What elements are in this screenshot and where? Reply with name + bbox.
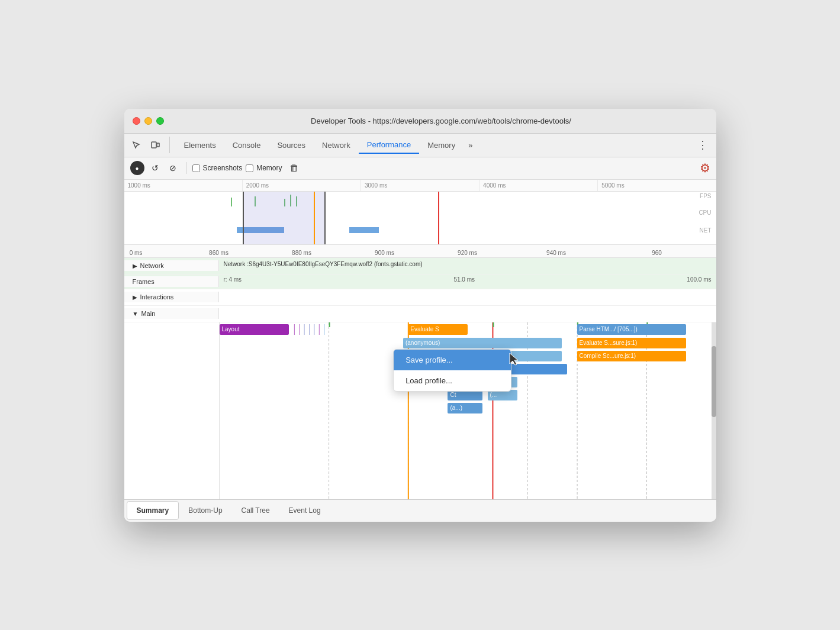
flame-bar-evaluate[interactable]: Evaluate S bbox=[408, 324, 468, 335]
tab-network[interactable]: Network bbox=[314, 137, 359, 153]
flame-bar-evaluate-sure-label: Evaluate S...sure.js:1) bbox=[580, 340, 638, 346]
devtools-toolbar-icons bbox=[128, 137, 170, 153]
inspect-icon[interactable] bbox=[128, 137, 144, 153]
network-label-text: Network bbox=[140, 262, 164, 269]
time-ruler-detail: 0 ms 860 ms 880 ms 900 ms 920 ms 940 ms … bbox=[124, 245, 716, 258]
flame-chart-area: Layout Evaluate S Parse HTM.../ [705...]… bbox=[219, 322, 716, 499]
flame-bar-parse-html[interactable]: Parse HTM.../ [705...]) bbox=[577, 324, 687, 335]
stop-button[interactable]: ⊘ bbox=[166, 161, 180, 175]
bottom-tab-bottomup[interactable]: Bottom-Up bbox=[179, 502, 231, 519]
frames-label-text: Frames bbox=[133, 278, 155, 285]
network-track-label: ▶ Network bbox=[124, 260, 219, 271]
screenshots-label: Screenshots bbox=[203, 164, 243, 172]
traffic-lights bbox=[133, 117, 164, 125]
devtools-window: Developer Tools - https://developers.goo… bbox=[124, 109, 716, 522]
interactions-label-text: Interactions bbox=[140, 293, 174, 301]
detail-area: 0 ms 860 ms 880 ms 900 ms 920 ms 940 ms … bbox=[124, 245, 716, 499]
svg-rect-26 bbox=[309, 324, 310, 335]
title-bar: Developer Tools - https://developers.goo… bbox=[124, 109, 716, 134]
context-menu-load-profile[interactable]: Load profile... bbox=[394, 370, 511, 391]
flame-bar-compile-label: Compile Sc...ure.js:1) bbox=[580, 353, 636, 359]
flame-bar-parse-html-label: Parse HTM.../ [705...]) bbox=[580, 326, 638, 332]
frames-track-row: Frames r: 4 ms 51.0 ms 100.0 ms bbox=[124, 274, 716, 289]
bottom-tab-summary[interactable]: Summary bbox=[127, 501, 179, 520]
timeline-graph bbox=[124, 192, 716, 244]
flame-bar-compile[interactable]: Compile Sc...ure.js:1) bbox=[577, 351, 687, 361]
screenshots-checkbox[interactable] bbox=[192, 164, 200, 172]
time-900ms: 900 ms bbox=[375, 250, 394, 256]
flame-bar-evaluate-label: Evaluate S bbox=[410, 326, 439, 332]
context-menu: Save profile... Load profile... bbox=[393, 349, 511, 392]
time-960: 960 bbox=[652, 250, 662, 256]
screenshots-checkbox-label[interactable]: Screenshots bbox=[192, 164, 243, 172]
frames-track-label: Frames bbox=[124, 276, 219, 287]
clear-button[interactable]: 🗑 bbox=[286, 161, 302, 175]
svg-rect-20 bbox=[493, 322, 494, 327]
svg-rect-25 bbox=[304, 324, 304, 335]
timeline-ruler: 1000 ms 2000 ms 3000 ms 4000 ms 5000 ms bbox=[124, 180, 716, 192]
bottom-tab-eventlog[interactable]: Event Log bbox=[279, 502, 330, 519]
frame-val-3: 100.0 ms bbox=[687, 276, 711, 287]
tab-performance[interactable]: Performance bbox=[359, 137, 419, 154]
memory-checkbox-label[interactable]: Memory bbox=[246, 164, 282, 172]
svg-rect-29 bbox=[324, 324, 324, 335]
time-920ms: 920 ms bbox=[458, 250, 477, 256]
settings-button[interactable]: ⚙ bbox=[700, 161, 710, 175]
flame-bar-layout[interactable]: Layout bbox=[220, 324, 289, 335]
more-tabs-button[interactable]: » bbox=[464, 137, 477, 153]
detail-scrollbar[interactable] bbox=[712, 322, 716, 499]
interactions-track-content bbox=[219, 290, 716, 304]
ruler-label-5: 5000 ms bbox=[598, 180, 716, 191]
device-icon[interactable] bbox=[147, 137, 163, 153]
marker-red bbox=[438, 192, 439, 244]
net-graph bbox=[124, 224, 716, 236]
expand-icon[interactable]: ▶ bbox=[133, 263, 137, 269]
time-880ms: 880 ms bbox=[292, 250, 311, 256]
network-track-content: Network :S6g4U3t-Y5UEw0IE80IlgEseQY3FEmq… bbox=[219, 259, 716, 273]
ruler-label-4: 4000 ms bbox=[479, 180, 598, 191]
svg-rect-27 bbox=[314, 324, 314, 335]
ruler-label-2: 2000 ms bbox=[243, 180, 361, 191]
flame-bar-a[interactable]: (a...) bbox=[448, 403, 482, 413]
context-menu-save-profile[interactable]: Save profile... bbox=[394, 350, 511, 370]
tab-elements[interactable]: Elements bbox=[176, 137, 224, 153]
main-track-content bbox=[219, 306, 716, 321]
interactions-track-label: ▶ Interactions bbox=[124, 292, 219, 302]
marker-orange bbox=[314, 192, 315, 244]
flame-bar-evaluate-sure[interactable]: Evaluate S...sure.js:1) bbox=[577, 338, 687, 348]
memory-label: Memory bbox=[256, 164, 282, 172]
flame-bar-anon-5-label: (... bbox=[490, 392, 497, 398]
record-button[interactable]: ● bbox=[130, 161, 144, 175]
flame-bar-anon-1[interactable]: (anonymous) bbox=[403, 338, 562, 348]
tab-memory[interactable]: Memory bbox=[419, 137, 464, 153]
maximize-button[interactable] bbox=[156, 117, 164, 125]
main-collapse-icon[interactable]: ▼ bbox=[133, 311, 139, 317]
network-track-row: ▶ Network Network :S6g4U3t-Y5UEw0IE80Ilg… bbox=[124, 258, 716, 274]
selection-box[interactable] bbox=[243, 192, 326, 244]
scrollbar-thumb[interactable] bbox=[712, 346, 716, 417]
reload-record-button[interactable]: ↺ bbox=[148, 161, 162, 175]
tab-sources[interactable]: Sources bbox=[269, 137, 314, 153]
time-0ms: 0 ms bbox=[130, 250, 143, 256]
interactions-track-row: ▶ Interactions bbox=[124, 289, 716, 306]
flame-bar-layout-label: Layout bbox=[222, 326, 240, 332]
svg-rect-10 bbox=[349, 227, 379, 233]
toolbar-separator bbox=[186, 162, 186, 174]
ruler-label-1: 1000 ms bbox=[124, 180, 243, 191]
memory-checkbox[interactable] bbox=[246, 164, 253, 172]
frame-val-2: 51.0 ms bbox=[453, 276, 475, 287]
bottom-tabs: Summary Bottom-Up Call Tree Event Log bbox=[124, 499, 716, 522]
minimize-button[interactable] bbox=[144, 117, 152, 125]
frames-track-content: r: 4 ms 51.0 ms 100.0 ms bbox=[219, 274, 716, 289]
cpu-graph bbox=[124, 205, 716, 225]
close-button[interactable] bbox=[133, 117, 140, 125]
interactions-expand-icon[interactable]: ▶ bbox=[133, 294, 137, 301]
devtools-menu-button[interactable]: ⋮ bbox=[693, 136, 713, 154]
svg-rect-1 bbox=[157, 143, 159, 147]
fps-label: FPS bbox=[700, 193, 711, 199]
tab-console[interactable]: Console bbox=[224, 137, 269, 153]
svg-rect-19 bbox=[329, 322, 330, 327]
svg-rect-0 bbox=[152, 142, 156, 148]
bottom-tab-calltree[interactable]: Call Tree bbox=[232, 502, 279, 519]
timeline-overview[interactable]: 1000 ms 2000 ms 3000 ms 4000 ms 5000 ms bbox=[124, 180, 716, 245]
